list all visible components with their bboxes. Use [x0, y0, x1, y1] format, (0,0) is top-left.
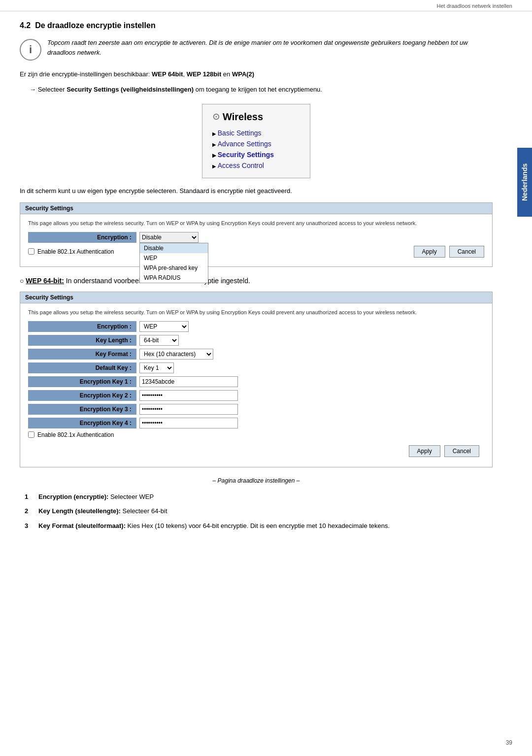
panel1-checkbox-row: Enable 802.1x Authentication Apply Cance… — [28, 246, 484, 258]
panel2-defaultkey-select[interactable]: Key 1 — [139, 362, 174, 373]
dropdown-option-disable[interactable]: Disable — [140, 243, 208, 253]
panel2-enckey1-row: Encryption Key 1 : — [28, 376, 484, 387]
info-box: i Topcom raadt ten zeerste aan om encryp… — [20, 38, 493, 61]
panel1-encryption-dropdown[interactable]: Disable Disable WEP WPA pre-shared key W… — [139, 232, 199, 243]
wep-circle: ○ — [20, 277, 24, 285]
security-panel-1: Security Settings This page allows you s… — [20, 202, 493, 267]
panel2-defaultkey-row: Default Key : Key 1 — [28, 362, 484, 373]
section-title: De draadloze encryptie instellen — [35, 21, 156, 30]
panel2-cancel-btn[interactable]: Cancel — [444, 445, 479, 457]
panel2-apply-btn[interactable]: Apply — [409, 445, 440, 457]
numbered-item-3: 3 Key Format (sleutelformaat): Kies Hex … — [25, 521, 493, 531]
bullet-text1: Selecteer — [38, 86, 67, 93]
menu-item-security[interactable]: Security Settings — [212, 149, 295, 160]
item1-text: Encryption (encryptie): Selecteer WEP — [38, 492, 154, 502]
wireless-icon: ⊙ — [212, 111, 220, 122]
item1-rest: Selecteer WEP — [110, 493, 154, 500]
panel2-checkbox[interactable] — [28, 431, 34, 438]
wireless-title: ⊙ Wireless — [212, 111, 295, 123]
numbered-list: 1 Encryption (encryptie): Selecteer WEP … — [25, 492, 493, 531]
bullet-point: → Selecteer Security Settings (veilighei… — [30, 85, 493, 95]
item1-num: 1 — [25, 492, 33, 502]
menu-item-advance[interactable]: Advance Settings — [212, 138, 295, 149]
sidebar-tab: Nederlands — [517, 148, 532, 217]
header-title: Het draadloos netwerk instellen — [437, 3, 512, 9]
panel1-checkbox-label: Enable 802.1x Authentication — [37, 248, 114, 255]
item2-rest: Selecteer 64-bit — [122, 507, 167, 515]
panel1-encryption-row: Encryption : Disable Disable WEP WPA pre… — [28, 232, 484, 243]
wireless-menu-list: Basic Settings Advance Settings Security… — [212, 128, 295, 171]
page-header: Het draadloos netwerk instellen — [0, 0, 532, 11]
item3-bold: Key Format (sleutelformaat): — [38, 522, 126, 529]
panel1-title: Security Settings — [20, 203, 492, 214]
item1-bold: Encryption (encryptie): — [38, 493, 108, 500]
panel1-desc: This page allows you setup the wireless … — [28, 220, 484, 226]
panel2-keylength-select[interactable]: 64-bit — [139, 335, 179, 346]
panel2-title: Security Settings — [20, 292, 492, 303]
panel2-keyformat-select[interactable]: Hex (10 characters) — [139, 349, 213, 360]
numbered-item-2: 2 Key Length (sleutellengte): Selecteer … — [25, 506, 493, 516]
wep-heading: ○ WEP 64-bit: In onderstaand voorbeeld i… — [20, 277, 493, 285]
panel2-keylength-row: Key Length : 64-bit — [28, 335, 484, 346]
panel1-encryption-label: Encryption : — [28, 232, 136, 243]
panel2-enckey2-label: Encryption Key 2 : — [28, 390, 136, 401]
panel2-desc: This page allows you setup the wireless … — [28, 309, 484, 315]
page-number: 39 — [506, 739, 512, 746]
item2-text: Key Length (sleutellengte): Selecteer 64… — [38, 506, 167, 516]
panel2-enckey4-row: Encryption Key 4 : — [28, 418, 484, 428]
panel1-cancel-btn[interactable]: Cancel — [449, 246, 484, 258]
panel2-button-row: Apply Cancel — [28, 441, 484, 461]
below-menu-text: In dit scherm kunt u uw eigen type encry… — [20, 187, 493, 195]
item2-num: 2 — [25, 506, 33, 516]
panel1-checkbox[interactable] — [28, 248, 34, 255]
wireless-title-text: Wireless — [223, 111, 263, 123]
main-content: 4.2 De draadloze encryptie instellen i T… — [0, 11, 512, 555]
panel2-keylength-label: Key Length : — [28, 335, 136, 346]
dropdown-option-wep[interactable]: WEP — [140, 253, 208, 263]
item3-num: 3 — [25, 521, 33, 531]
menu-item-access[interactable]: Access Control — [212, 160, 295, 171]
section-number: 4.2 — [20, 21, 31, 30]
item3-rest: Kies Hex (10 tekens) voor 64-bit encrypt… — [128, 522, 390, 529]
panel2-enckey3-row: Encryption Key 3 : — [28, 404, 484, 415]
panel2-enckey1-label: Encryption Key 1 : — [28, 376, 136, 387]
panel2-defaultkey-label: Default Key : — [28, 362, 136, 373]
menu-item-basic[interactable]: Basic Settings — [212, 128, 295, 138]
numbered-item-1: 1 Encryption (encryptie): Selecteer WEP — [25, 492, 493, 502]
panel1-body: This page allows you setup the wireless … — [20, 214, 492, 266]
intro-text: Er zijn drie encryptie-instellingen besc… — [20, 69, 493, 80]
wireless-menu: ⊙ Wireless Basic Settings Advance Settin… — [202, 104, 310, 178]
panel2-checkbox-row: Enable 802.1x Authentication — [28, 431, 484, 438]
bullet-bold: Security Settings (veiligheidsinstelling… — [66, 86, 194, 93]
info-text: Topcom raadt ten zeerste aan om encrypti… — [47, 38, 493, 57]
panel2-keyformat-row: Key Format : Hex (10 characters) — [28, 349, 484, 360]
panel2-encryption-label: Encryption : — [28, 321, 136, 332]
panel2-enckey4-input[interactable] — [139, 418, 238, 428]
security-panel-2: Security Settings This page allows you s… — [20, 292, 493, 467]
caption: – Pagina draadloze instellingen – — [20, 477, 493, 484]
wep-text2: In onderstaand voorbeeld is — [66, 277, 151, 285]
panel2-enckey4-label: Encryption Key 4 : — [28, 418, 136, 428]
panel1-dropdown-list: Disable WEP WPA pre-shared key WPA RADIU… — [139, 243, 208, 283]
panel2-checkbox-label: Enable 802.1x Authentication — [37, 431, 114, 438]
bullet-text2: om toegang te krijgen tot het encryptiem… — [196, 86, 322, 93]
panel2-enckey3-input[interactable] — [139, 404, 238, 415]
panel2-body: This page allows you setup the wireless … — [20, 303, 492, 467]
info-icon: i — [20, 39, 41, 61]
panel2-enckey1-input[interactable] — [139, 376, 238, 387]
panel2-keyformat-label: Key Format : — [28, 349, 136, 360]
wep-title: WEP 64-bit: — [26, 277, 64, 285]
panel2-enckey3-label: Encryption Key 3 : — [28, 404, 136, 415]
panel2-encryption-select[interactable]: WEP — [139, 321, 189, 332]
panel1-apply-btn[interactable]: Apply — [414, 246, 445, 258]
bullet-arrow: → — [30, 86, 36, 93]
dropdown-option-wpa-radius[interactable]: WPA RADIUS — [140, 273, 208, 283]
section-heading: 4.2 De draadloze encryptie instellen — [20, 21, 493, 30]
item3-text: Key Format (sleutelformaat): Kies Hex (1… — [38, 521, 390, 531]
dropdown-option-wpa-psk[interactable]: WPA pre-shared key — [140, 263, 208, 273]
sidebar-label: Nederlands — [521, 164, 529, 201]
item2-bold: Key Length (sleutellengte): — [38, 507, 121, 515]
panel2-encryption-row: Encryption : WEP — [28, 321, 484, 332]
panel2-enckey2-input[interactable] — [139, 390, 238, 401]
panel1-encryption-select[interactable]: Disable — [139, 232, 199, 243]
